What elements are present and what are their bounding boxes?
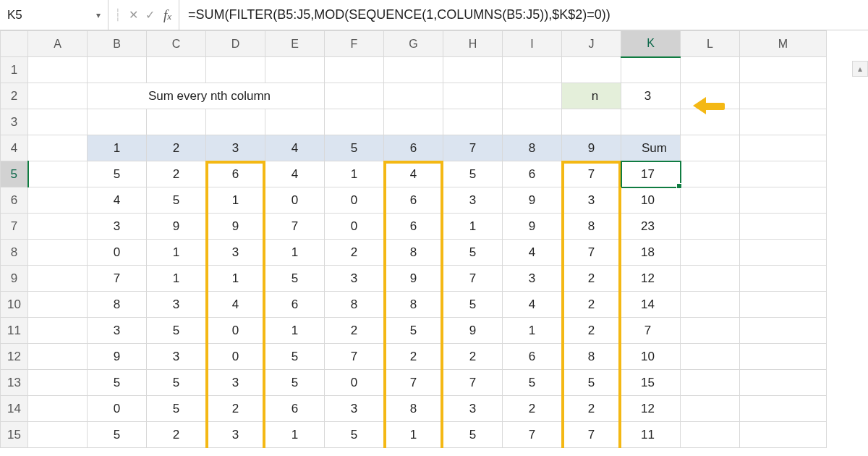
column-header-L[interactable]: L bbox=[681, 31, 740, 57]
empty-cell[interactable] bbox=[28, 240, 88, 266]
column-header-M[interactable]: M bbox=[740, 31, 827, 57]
data-cell[interactable]: 8 bbox=[384, 240, 443, 266]
data-cell[interactable]: 6 bbox=[503, 344, 562, 370]
data-cell[interactable]: 1 bbox=[265, 240, 325, 266]
sum-cell[interactable]: 11 bbox=[621, 422, 681, 448]
empty-cell[interactable] bbox=[740, 240, 827, 266]
data-cell[interactable]: 0 bbox=[88, 240, 147, 266]
data-cell[interactable]: 3 bbox=[503, 266, 562, 292]
data-cell[interactable]: 7 bbox=[384, 370, 443, 396]
data-cell[interactable]: 9 bbox=[443, 318, 503, 344]
data-cell[interactable]: 1 bbox=[265, 422, 325, 448]
empty-cell[interactable] bbox=[681, 266, 740, 292]
data-cell[interactable]: 9 bbox=[503, 187, 562, 214]
empty-cell[interactable] bbox=[265, 109, 325, 135]
row-header-2[interactable]: 2 bbox=[1, 83, 28, 109]
row-header-5[interactable]: 5 bbox=[1, 161, 28, 187]
data-cell[interactable]: 8 bbox=[562, 344, 621, 370]
empty-cell[interactable] bbox=[28, 109, 88, 135]
empty-cell[interactable] bbox=[325, 57, 384, 83]
data-cell[interactable]: 1 bbox=[147, 266, 206, 292]
data-cell[interactable]: 5 bbox=[325, 422, 384, 448]
data-cell[interactable]: 3 bbox=[443, 187, 503, 214]
sum-cell[interactable]: 23 bbox=[621, 214, 681, 240]
empty-cell[interactable] bbox=[28, 187, 88, 214]
empty-cell[interactable] bbox=[443, 109, 503, 135]
data-cell[interactable]: 1 bbox=[384, 422, 443, 448]
empty-cell[interactable] bbox=[681, 214, 740, 240]
row-header-14[interactable]: 14 bbox=[1, 396, 28, 422]
data-cell[interactable]: 2 bbox=[325, 318, 384, 344]
data-cell[interactable]: 5 bbox=[384, 318, 443, 344]
data-cell[interactable]: 2 bbox=[384, 344, 443, 370]
data-cell[interactable]: 8 bbox=[325, 292, 384, 318]
empty-cell[interactable] bbox=[28, 161, 88, 187]
chevron-down-icon[interactable]: ▾ bbox=[96, 10, 101, 20]
empty-cell[interactable] bbox=[28, 292, 88, 318]
row-header-1[interactable]: 1 bbox=[1, 57, 28, 83]
data-cell[interactable]: 4 bbox=[88, 187, 147, 214]
data-cell[interactable]: 7 bbox=[88, 266, 147, 292]
data-cell[interactable]: 9 bbox=[88, 344, 147, 370]
empty-cell[interactable] bbox=[621, 57, 681, 83]
empty-cell[interactable] bbox=[562, 57, 621, 83]
empty-cell[interactable] bbox=[28, 370, 88, 396]
data-cell[interactable]: 6 bbox=[384, 187, 443, 214]
data-cell[interactable]: 3 bbox=[562, 187, 621, 214]
data-cell[interactable]: 5 bbox=[147, 318, 206, 344]
data-cell[interactable]: 8 bbox=[562, 214, 621, 240]
empty-cell[interactable] bbox=[503, 83, 562, 109]
empty-cell[interactable] bbox=[325, 83, 384, 109]
data-cell[interactable]: 8 bbox=[384, 396, 443, 422]
data-cell[interactable]: 3 bbox=[206, 370, 265, 396]
empty-cell[interactable] bbox=[681, 318, 740, 344]
empty-cell[interactable] bbox=[681, 135, 740, 161]
index-header-cell[interactable]: 1 bbox=[88, 135, 147, 161]
data-cell[interactable]: 1 bbox=[325, 161, 384, 187]
empty-cell[interactable] bbox=[443, 83, 503, 109]
data-cell[interactable]: 2 bbox=[325, 240, 384, 266]
data-cell[interactable]: 7 bbox=[562, 161, 621, 187]
column-header-F[interactable]: F bbox=[325, 31, 384, 57]
row-header-13[interactable]: 13 bbox=[1, 370, 28, 396]
empty-cell[interactable] bbox=[28, 266, 88, 292]
empty-cell[interactable] bbox=[740, 83, 827, 109]
data-cell[interactable]: 3 bbox=[325, 396, 384, 422]
empty-cell[interactable] bbox=[740, 396, 827, 422]
index-header-cell[interactable]: 6 bbox=[384, 135, 443, 161]
column-header-E[interactable]: E bbox=[265, 31, 325, 57]
data-cell[interactable]: 7 bbox=[443, 266, 503, 292]
formula-input[interactable]: =SUM(FILTER(B5:J5,MOD(SEQUENCE(1,COLUMNS… bbox=[179, 0, 868, 30]
sum-cell[interactable]: 10 bbox=[621, 187, 681, 214]
sum-cell[interactable]: 7 bbox=[621, 318, 681, 344]
data-cell[interactable]: 2 bbox=[562, 318, 621, 344]
fill-handle[interactable] bbox=[676, 183, 682, 189]
row-header-9[interactable]: 9 bbox=[1, 266, 28, 292]
empty-cell[interactable] bbox=[88, 57, 147, 83]
data-cell[interactable]: 0 bbox=[325, 214, 384, 240]
name-box[interactable]: K5 ▾ bbox=[0, 0, 109, 30]
index-header-cell[interactable]: 2 bbox=[147, 135, 206, 161]
data-cell[interactable]: 7 bbox=[503, 422, 562, 448]
data-cell[interactable]: 2 bbox=[562, 292, 621, 318]
row-header-10[interactable]: 10 bbox=[1, 292, 28, 318]
data-cell[interactable]: 7 bbox=[562, 240, 621, 266]
empty-cell[interactable] bbox=[206, 57, 265, 83]
cancel-icon[interactable]: ✕ bbox=[129, 8, 138, 22]
data-cell[interactable]: 9 bbox=[503, 214, 562, 240]
column-header-B[interactable]: B bbox=[88, 31, 147, 57]
empty-cell[interactable] bbox=[740, 135, 827, 161]
data-cell[interactable]: 1 bbox=[147, 240, 206, 266]
data-cell[interactable]: 5 bbox=[443, 161, 503, 187]
row-header-7[interactable]: 7 bbox=[1, 214, 28, 240]
data-cell[interactable]: 4 bbox=[503, 240, 562, 266]
n-value-cell[interactable]: 3 bbox=[621, 83, 681, 109]
empty-cell[interactable] bbox=[740, 57, 827, 83]
column-header-D[interactable]: D bbox=[206, 31, 265, 57]
accept-icon[interactable]: ✓ bbox=[145, 8, 155, 22]
data-cell[interactable]: 6 bbox=[265, 396, 325, 422]
data-cell[interactable]: 5 bbox=[265, 344, 325, 370]
data-cell[interactable]: 5 bbox=[562, 370, 621, 396]
data-cell[interactable]: 2 bbox=[443, 344, 503, 370]
sum-cell[interactable]: 17 bbox=[621, 161, 681, 187]
